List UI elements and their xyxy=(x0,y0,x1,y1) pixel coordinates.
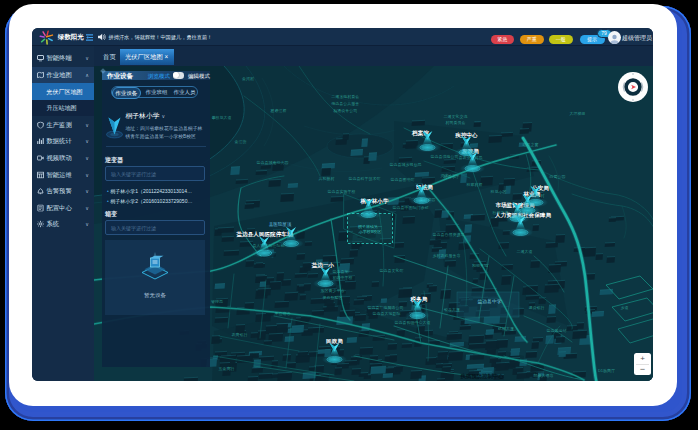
svg-text:盐边客运站: 盐边客运站 xyxy=(547,327,567,332)
svg-text:盐边县自然资源局: 盐边县自然资源局 xyxy=(433,231,465,236)
svg-text:郎枫大酒店: 郎枫大酒店 xyxy=(534,372,554,377)
svg-text:疾病预防控制中心: 疾病预防控制中心 xyxy=(459,373,504,380)
svg-text:河滨小区: 河滨小区 xyxy=(441,172,457,177)
svg-text:盐边县图书馆: 盐边县图书馆 xyxy=(391,176,415,181)
svg-text:盐边县城南幼儿园: 盐边县城南幼儿园 xyxy=(257,159,289,164)
svg-text:小学校B校区: 小学校B校区 xyxy=(359,229,382,234)
svg-text:乡道: 乡道 xyxy=(621,304,629,309)
svg-text:盐边县实验学校: 盐边县实验学校 xyxy=(328,189,356,194)
svg-text:二滩大道: 二滩大道 xyxy=(517,248,533,253)
svg-text:东区青少年宫: 东区青少年宫 xyxy=(321,288,345,293)
svg-text:攀枝花大道: 攀枝花大道 xyxy=(212,114,232,119)
svg-text:初级中学校: 初级中学校 xyxy=(333,275,353,280)
svg-text:和悦天地: 和悦天地 xyxy=(472,262,488,267)
svg-text:大坪梯田: 大坪梯田 xyxy=(570,111,586,116)
svg-text:白鹭公园: 白鹭公园 xyxy=(550,173,566,178)
svg-text:桂花小区: 桂花小区 xyxy=(490,188,507,193)
svg-text:单位宿舍: 单位宿舍 xyxy=(275,310,291,315)
svg-text:盐边县大地影院: 盐边县大地影院 xyxy=(373,311,401,316)
svg-text:盐边县中医院门诊部: 盐边县中医院门诊部 xyxy=(393,205,429,210)
svg-text:盐边县第一: 盐边县第一 xyxy=(333,268,353,273)
svg-text:五金商行: 五金商行 xyxy=(219,366,235,371)
svg-text:民政局: 民政局 xyxy=(326,338,343,345)
svg-text:二滩文化交流: 二滩文化交流 xyxy=(444,113,468,118)
svg-text:农商银行: 农商银行 xyxy=(232,331,248,336)
svg-text:疾控中心: 疾控中心 xyxy=(454,131,478,138)
svg-text:管理局: 管理局 xyxy=(211,299,223,304)
svg-text:盐边县广电网络公司: 盐边县广电网络公司 xyxy=(368,304,404,309)
svg-text:县医院屋顶: 县医院屋顶 xyxy=(269,221,292,227)
svg-text:盐边一小: 盐边一小 xyxy=(311,262,335,269)
svg-text:盐边县人民医院停车场: 盐边县人民医院停车场 xyxy=(236,231,293,238)
svg-text:盐边县供电公司: 盐边县供电公司 xyxy=(431,153,459,158)
svg-text:盐边县文化馆: 盐边县文化馆 xyxy=(380,268,404,273)
svg-text:盐边县科学技术馆: 盐边县科学技术馆 xyxy=(349,176,381,181)
svg-text:建设银行: 建设银行 xyxy=(529,304,545,309)
